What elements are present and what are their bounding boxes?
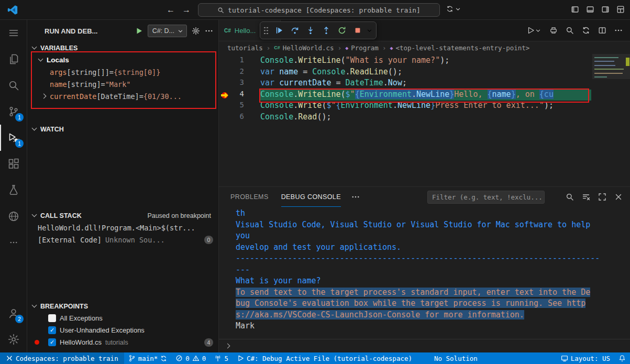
editor-group: C# Hello... (219, 20, 630, 352)
stop-button[interactable] (350, 24, 364, 38)
sidebar-item-source-control[interactable]: 1 (0, 98, 27, 125)
search-editor-icon[interactable] (566, 26, 574, 35)
breadcrumb-item[interactable]: C#HelloWorld.cs (274, 44, 334, 52)
breakpoint-row[interactable]: All Exceptions (27, 312, 218, 324)
clear-all-icon[interactable] (582, 193, 590, 201)
debug-status[interactable]: C#: Debug Active File (tutorial-codespac… (233, 352, 416, 364)
gutter[interactable] (219, 101, 233, 112)
vscode-logo-icon (7, 4, 18, 16)
toggle-secondary-sidebar-icon[interactable] (601, 5, 610, 14)
step-over-button[interactable] (288, 24, 302, 38)
panel-more-tabs-icon[interactable] (351, 193, 360, 201)
settings-button[interactable] (0, 326, 27, 352)
breakpoints-section-header[interactable]: BREAKPOINTS (27, 300, 218, 312)
sidebar-item-testing[interactable] (0, 177, 27, 203)
layout-status[interactable]: Layout: US (557, 352, 614, 364)
gutter[interactable] (219, 78, 233, 90)
configure-launch-gear-icon[interactable] (192, 27, 200, 35)
watch-section-header[interactable]: WATCH (27, 123, 218, 135)
variables-scope-row[interactable]: Locals (27, 54, 218, 66)
sidebar-item-run-debug[interactable]: 1 (0, 125, 27, 151)
toggle-panel-icon[interactable] (586, 5, 594, 14)
notifications-bell[interactable] (614, 352, 630, 364)
breakpoint-row[interactable]: ✓User-Unhandled Exceptions (27, 324, 218, 336)
tab-debug-console[interactable]: DEBUG CONSOLE (281, 187, 341, 207)
step-into-button[interactable] (303, 24, 317, 38)
code-line[interactable]: 5Console.Write($"{Environment.NewLine}Pr… (219, 101, 630, 112)
minimap[interactable] (592, 54, 630, 186)
code-line[interactable]: 6Console.Read(); (219, 112, 630, 124)
sidebar-item-search[interactable] (0, 72, 27, 98)
call-stack-frame[interactable]: [External Code]Unknown Sou...0 (27, 234, 218, 246)
command-center[interactable]: tutorial-codespace [Codespaces: probable… (198, 3, 440, 17)
breadcrumb-item[interactable]: ◆<top-level-statements-entry-point> (390, 44, 529, 52)
breakpoints-list: All Exceptions✓User-Unhandled Exceptions… (27, 312, 218, 348)
breadcrumb-item[interactable]: ◆Program (345, 44, 379, 52)
gutter[interactable] (219, 112, 233, 124)
call-stack-frame[interactable]: HelloWorld.dll!Program.<Main>$(str... (27, 222, 218, 234)
print-icon[interactable] (549, 26, 558, 35)
go-back-button[interactable]: ← (164, 4, 177, 16)
breakpoint-checkbox[interactable]: ✓ (48, 338, 56, 346)
branch-status[interactable]: main* (124, 352, 172, 364)
console-filter-input[interactable]: Filter (e.g. text, !exclu... (427, 191, 545, 204)
step-out-button[interactable] (319, 24, 333, 38)
current-statement-gutter[interactable] (219, 90, 233, 101)
find-icon[interactable] (566, 193, 574, 201)
toggle-primary-sidebar-icon[interactable] (571, 5, 579, 14)
additional-views-button[interactable] (0, 229, 27, 256)
launch-config-select[interactable]: C#: D... (148, 25, 187, 37)
editor-more-actions-icon[interactable] (614, 26, 623, 35)
ports-status[interactable]: 5 (210, 352, 233, 364)
restart-button[interactable] (335, 24, 349, 38)
code-line[interactable]: 1Console.WriteLine("What is your name?")… (219, 56, 630, 67)
solution-status[interactable]: No Solution (430, 352, 482, 364)
tab-problems[interactable]: PROBLEMS (230, 187, 269, 207)
go-forward-button[interactable]: → (180, 4, 193, 16)
start-debugging-button[interactable] (135, 27, 143, 35)
debug-console-input[interactable] (219, 339, 630, 352)
problems-status[interactable]: 0 0 (171, 352, 210, 364)
code-line[interactable]: 3var currentDate = DateTime.Now; (219, 78, 630, 90)
toolbar-drag-handle[interactable] (263, 26, 269, 35)
code-editor[interactable]: 1Console.WriteLine("What is your name?")… (219, 54, 630, 186)
breakpoint-row[interactable]: ✓HelloWorld.cstutorials4 (27, 336, 218, 348)
variable-type: [string[]] (67, 68, 109, 76)
remote-indicator[interactable]: Codespaces: probable train (0, 352, 124, 364)
sidebar-item-extensions[interactable] (0, 151, 27, 177)
sync-file-icon[interactable] (582, 26, 590, 35)
filter-placeholder: Filter (e.g. text, !exclu... (432, 193, 543, 201)
sidebar-item-explorer[interactable] (0, 46, 27, 72)
variables-section-header[interactable]: VARIABLES (27, 42, 218, 54)
close-panel-icon[interactable] (614, 193, 623, 201)
menu-button[interactable] (0, 20, 27, 46)
code-line[interactable]: 4Console.WriteLine($"{Environment.NewLin… (219, 90, 630, 101)
accounts-button[interactable]: 2 (0, 300, 27, 326)
console-output-line: Visual Studio Code, Visual Studio or Vis… (236, 219, 630, 231)
breakpoint-checkbox[interactable] (48, 314, 56, 322)
console-output-line: th (236, 208, 630, 219)
gutter[interactable] (219, 67, 233, 79)
variable-row[interactable]: name [string] = "Mark" (27, 78, 218, 90)
panel-tabs-bar: PROBLEMS DEBUG CONSOLE Filter (e.g. text… (219, 187, 630, 207)
sidebar-item-remote-explorer[interactable] (0, 203, 27, 229)
variable-row[interactable]: currentDate [DateTime] = {01/30... (27, 90, 218, 102)
breakpoint-dot-icon (35, 340, 39, 345)
split-editor-icon[interactable] (598, 26, 606, 35)
breakpoint-checkbox[interactable]: ✓ (48, 326, 56, 334)
call-stack-section-header[interactable]: CALL STACKPaused on breakpoint (27, 209, 218, 222)
customize-layout-icon[interactable] (616, 5, 625, 14)
debug-views-more-icon[interactable] (205, 27, 213, 35)
variable-row[interactable]: args [string[]] = {string[0]} (27, 66, 218, 78)
sidebar-title: RUN AND DEB... (45, 27, 97, 35)
maximize-panel-icon[interactable] (598, 193, 606, 201)
gutter[interactable] (219, 56, 233, 67)
debug-toolbar-more-icon[interactable] (366, 27, 373, 34)
code-line[interactable]: 2var name = Console.ReadLine(); (219, 67, 630, 79)
launch-config-label: C#: D... (152, 27, 174, 35)
continue-on-dropdown[interactable] (446, 5, 461, 13)
breadcrumb-separator: › (267, 44, 271, 52)
run-or-debug-button[interactable] (526, 26, 541, 35)
breadcrumb-item[interactable]: tutorials (227, 44, 263, 52)
continue-button[interactable] (272, 24, 286, 38)
